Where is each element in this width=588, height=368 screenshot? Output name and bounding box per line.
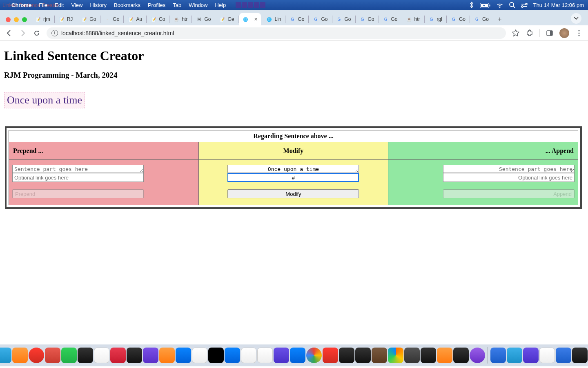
tab-overflow-button[interactable] [571,13,581,24]
menu-file[interactable]: File [39,2,47,8]
dock-app-icon[interactable] [339,348,354,363]
browser-tab[interactable]: GGo [310,13,331,25]
browser-tab[interactable]: GGo [333,13,354,25]
site-info-icon[interactable]: i [51,30,58,36]
dock-app-icon[interactable] [437,348,452,363]
control-center-icon[interactable] [521,2,528,8]
close-tab-icon[interactable]: ✕ [254,17,258,22]
dock-app-icon[interactable] [355,348,371,363]
browser-tab[interactable]: GGo [356,13,378,25]
dock-app-icon[interactable] [159,348,175,363]
menu-profiles[interactable]: Profiles [148,2,165,8]
close-window-icon[interactable] [6,17,11,22]
dock-app-icon[interactable] [110,348,126,363]
dock-app-icon[interactable] [29,348,44,363]
app-name-menu[interactable]: Chrome [11,2,31,8]
browser-tab[interactable]: 📝Co [147,13,168,25]
prepend-url-input[interactable] [12,173,144,182]
forward-button[interactable] [19,29,27,37]
dock-app-icon[interactable] [572,348,588,363]
dock-app-icon[interactable] [45,348,60,363]
spotlight-icon[interactable] [509,2,515,8]
dock-app-icon[interactable] [61,348,77,363]
sentence-display[interactable]: Once upon a time [4,92,85,108]
new-tab-button[interactable]: + [494,14,505,25]
menubar-clock[interactable]: Thu 14 Mar 12:06 pm [533,2,584,8]
browser-tab[interactable]: 📝rjm [32,13,53,25]
browser-tab[interactable]: GGo [471,13,492,25]
dock-app-icon[interactable] [78,348,93,363]
browser-tab[interactable]: GGo [286,13,307,25]
prepend-textarea[interactable] [12,165,144,173]
bluetooth-icon[interactable] [469,2,474,9]
dock-app-icon[interactable] [421,348,436,363]
dock-app-icon[interactable] [290,348,305,363]
menu-history[interactable]: History [90,2,106,8]
dock-app-icon[interactable] [208,348,224,363]
dock-app-icon[interactable] [192,348,207,363]
dock-app-icon[interactable] [490,348,506,363]
browser-tab[interactable]: 📝Go [78,13,99,25]
browser-tab[interactable]: 📝Ge [216,13,237,25]
modify-textarea[interactable] [227,165,359,173]
dock-app-icon[interactable] [225,348,240,363]
battery-icon[interactable] [480,2,490,8]
browser-tab[interactable]: ☕htr [170,13,191,25]
dock-app-icon[interactable] [470,348,485,363]
prepend-button[interactable]: Prepend [12,189,144,198]
dock-app-icon[interactable] [556,348,571,363]
dock-app-icon[interactable] [176,348,191,363]
dock-app-icon[interactable] [523,348,539,363]
favicon-icon: 📝 [59,16,65,22]
wifi-icon[interactable] [496,2,503,8]
browser-tab[interactable]: GGo [448,13,469,25]
zoom-window-icon[interactable] [22,17,27,22]
dock-app-icon[interactable] [12,348,28,363]
menu-bookmarks[interactable]: Bookmarks [114,2,140,8]
browser-tab[interactable]: ☕htr [403,13,423,25]
reload-button[interactable] [33,29,41,37]
browser-tab[interactable]: 📝RJ [56,13,76,25]
modify-url-input[interactable] [227,173,359,182]
dock-app-icon[interactable] [274,348,289,363]
append-url-input[interactable] [443,173,575,182]
menu-window[interactable]: Window [189,2,207,8]
menu-help[interactable]: Help [215,2,226,8]
dock-app-icon[interactable] [372,348,387,363]
dock-app-icon[interactable] [143,348,158,363]
browser-tab[interactable]: GGo [380,13,401,25]
dock-app-icon[interactable] [0,348,11,363]
dock-app-icon[interactable] [257,348,273,363]
modify-button[interactable]: Modify [227,189,359,198]
browser-addressbar: i localhost:8888/linked_sentence_creator… [0,25,588,41]
menu-tab[interactable]: Tab [173,2,181,8]
browser-tab[interactable]: Grgl [425,13,445,25]
dock-app-icon[interactable] [323,348,338,363]
dock-app-icon[interactable] [241,348,256,363]
browser-tab[interactable]: 🌐Lin [263,13,284,25]
menu-view[interactable]: View [71,2,82,8]
menu-edit[interactable]: Edit [55,2,64,8]
browser-tab[interactable]: ▫️Go [101,13,122,25]
extensions-icon[interactable] [526,29,534,37]
chrome-menu-icon[interactable] [575,29,583,37]
url-field[interactable]: i localhost:8888/linked_sentence_creator… [47,27,506,39]
profile-avatar-icon[interactable] [559,28,569,38]
browser-tab[interactable]: MGo [193,13,214,25]
dock-app-icon[interactable] [453,348,469,363]
append-textarea[interactable] [443,165,575,173]
dock-app-icon[interactable] [507,348,522,363]
sidepanel-icon[interactable] [546,29,554,37]
dock-app-icon[interactable] [306,348,322,363]
back-button[interactable] [5,29,13,37]
browser-tab-active[interactable]: 🌐✕ [239,13,261,25]
dock-app-icon[interactable] [127,348,142,363]
browser-tab[interactable]: 📝Au [125,13,145,25]
append-button[interactable]: Append [443,189,575,198]
dock-app-icon[interactable] [404,348,420,363]
minimize-window-icon[interactable] [14,17,19,22]
bookmark-star-icon[interactable] [512,29,520,37]
dock-app-icon[interactable] [539,348,555,363]
dock-app-icon[interactable] [388,348,403,363]
dock-app-icon[interactable] [94,348,109,363]
